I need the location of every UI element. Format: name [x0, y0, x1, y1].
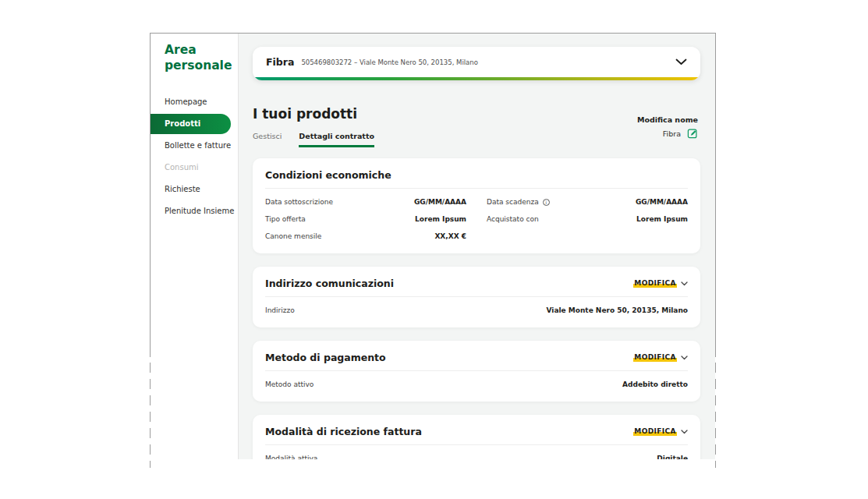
edit-icon[interactable] — [687, 128, 698, 139]
field-value: Digitale — [657, 455, 688, 459]
window-border-right-dashed — [715, 363, 716, 468]
field-value: Addebito diretto — [622, 380, 688, 388]
product-selector-row: Fibra 505469803272 – Viale Monte Nero 50… — [253, 47, 700, 77]
field-label: Indirizzo — [265, 306, 295, 314]
table-row: Data sottoscrizione GG/MM/AAAA Data scad… — [265, 193, 688, 211]
main-content: Fibra 505469803272 – Viale Monte Nero 50… — [239, 34, 715, 459]
page-title: I tuoi prodotti — [253, 106, 700, 122]
card-title: Modalità di ricezione fattura — [265, 426, 422, 437]
table-row: Canone mensile XX,XX € — [265, 228, 688, 245]
table-row: Tipo offerta Lorem Ipsum Acquistato con … — [265, 211, 688, 228]
card-title: Metodo di pagamento — [265, 352, 386, 363]
window-border-right — [715, 33, 716, 357]
info-icon[interactable]: i — [543, 199, 550, 206]
field-label: Canone mensile — [265, 232, 321, 240]
product-name: Fibra — [266, 56, 294, 68]
card-metodo-di-pagamento: Metodo di pagamento MODIFICA Metodo atti… — [253, 341, 700, 402]
tab-gestisci[interactable]: Gestisci — [253, 132, 282, 147]
table-row: Metodo attivo Addebito diretto — [265, 376, 688, 393]
field-label: Metodo attivo — [265, 380, 314, 388]
card-divider — [265, 370, 688, 371]
field-label: Tipo offerta — [265, 215, 306, 223]
field-value: GG/MM/AAAA — [636, 198, 688, 206]
modifica-button[interactable]: MODIFICA — [633, 279, 688, 288]
sidebar-item-plenitude-insieme[interactable]: Plenitude Insieme — [151, 200, 238, 222]
sidebar: Area personale Homepage Prodotti Bollett… — [151, 34, 238, 459]
tab-dettagli-contratto[interactable]: Dettagli contratto — [299, 132, 374, 147]
tabs: Gestisci Dettagli contratto — [253, 132, 700, 147]
card-divider — [265, 444, 688, 445]
chevron-down-icon[interactable] — [675, 58, 687, 65]
table-row: Modalità attiva Digitale — [265, 450, 688, 459]
card-divider — [265, 188, 688, 189]
field-label: Modalità attiva — [265, 455, 317, 459]
field-label: Data sottoscrizione — [265, 198, 333, 206]
card-indirizzo-comunicazioni: Indirizzo comunicazioni MODIFICA Indiriz… — [253, 267, 700, 327]
sidebar-nav: Homepage Prodotti Bollette e fatture Con… — [151, 91, 238, 222]
modifica-button[interactable]: MODIFICA — [633, 353, 688, 362]
rename-row: Fibra — [637, 128, 698, 139]
field-value: Lorem Ipsum — [636, 215, 688, 223]
chevron-down-icon — [681, 430, 688, 434]
product-detail: 505469803272 – Viale Monte Nero 50, 2013… — [301, 58, 675, 66]
rename-label: Modifica nome — [637, 115, 698, 124]
field-value: XX,XX € — [434, 232, 466, 240]
chevron-down-icon — [681, 281, 688, 286]
app-window: Area personale Homepage Prodotti Bollett… — [150, 33, 716, 468]
field-value: GG/MM/AAAA — [414, 198, 466, 206]
chevron-down-icon — [681, 356, 688, 360]
sidebar-item-homepage[interactable]: Homepage — [151, 91, 238, 113]
rename-value: Fibra — [663, 129, 681, 138]
sidebar-item-bollette-e-fatture[interactable]: Bollette e fatture — [151, 135, 238, 157]
card-title: Indirizzo comunicazioni — [265, 278, 394, 289]
card-title: Condizioni economiche — [265, 169, 391, 181]
field-label: Data scadenza i — [487, 198, 550, 206]
product-selector-accent-bar — [253, 77, 700, 80]
product-selector[interactable]: Fibra 505469803272 – Viale Monte Nero 50… — [253, 47, 700, 80]
modifica-button[interactable]: MODIFICA — [633, 427, 688, 436]
field-value: Viale Monte Nero 50, 20135, Milano — [547, 306, 689, 314]
table-row: Indirizzo Viale Monte Nero 50, 20135, Mi… — [265, 302, 688, 319]
sidebar-item-richieste[interactable]: Richieste — [151, 179, 238, 200]
field-label: Acquistato con — [487, 215, 539, 223]
field-value: Lorem Ipsum — [415, 215, 466, 223]
rename-block: Modifica nome Fibra — [637, 115, 698, 139]
card-condizioni-economiche: Condizioni economiche Data sottoscrizion… — [253, 158, 700, 253]
sidebar-item-consumi[interactable]: Consumi — [151, 157, 238, 179]
card-modalita-ricezione-fattura: Modalità di ricezione fattura MODIFICA M… — [253, 415, 700, 459]
card-divider — [265, 296, 688, 297]
sidebar-title: Area personale — [151, 42, 238, 74]
sidebar-item-prodotti[interactable]: Prodotti — [151, 114, 231, 134]
